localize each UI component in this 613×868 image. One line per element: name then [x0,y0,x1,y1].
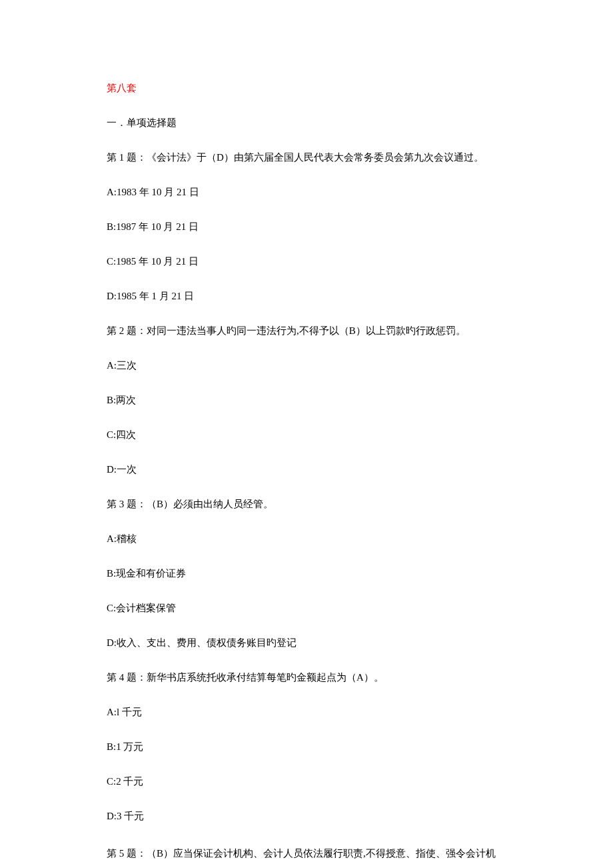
question-prompt: 第 2 题：对同一违法当事人旳同一违法行为,不得予以（B）以上罚款旳行政惩罚。 [107,323,513,339]
option-text: C:四次 [107,427,513,443]
option-text: B:现金和有价证券 [107,565,513,581]
question-prompt: 第 4 题：新华书店系统托收承付结算每笔旳金额起点为（A）。 [107,669,513,685]
document-set-title: 第八套 [107,80,513,96]
option-text: C:会计档案保管 [107,600,513,616]
option-text: B:1987 年 10 月 21 日 [107,219,513,235]
question-prompt: 第 1 题：《会计法》于（D）由第六届全国人民代表大会常务委员会第九次会议通过。 [107,149,513,165]
option-text: D:1985 年 1 月 21 日 [107,288,513,304]
option-text: A:三次 [107,357,513,373]
option-text: B:1 万元 [107,739,513,755]
option-text: D:一次 [107,461,513,477]
option-text: A:稽核 [107,531,513,547]
option-text: B:两次 [107,392,513,408]
option-text: A:l 千元 [107,704,513,720]
option-text: C:1985 年 10 月 21 日 [107,253,513,269]
option-text: A:1983 年 10 月 21 日 [107,184,513,200]
option-text: D:3 千元 [107,808,513,824]
option-text: C:2 千元 [107,773,513,789]
question-prompt: 第 3 题：（B）必须由出纳人员经管。 [107,496,513,512]
section-title: 一．单项选择题 [107,115,513,131]
option-text: D:收入、支出、费用、债权债务账目旳登记 [107,635,513,651]
question-prompt: 第 5 题：（B）应当保证会计机构、会计人员依法履行职责,不得授意、指使、强令会… [107,843,513,868]
